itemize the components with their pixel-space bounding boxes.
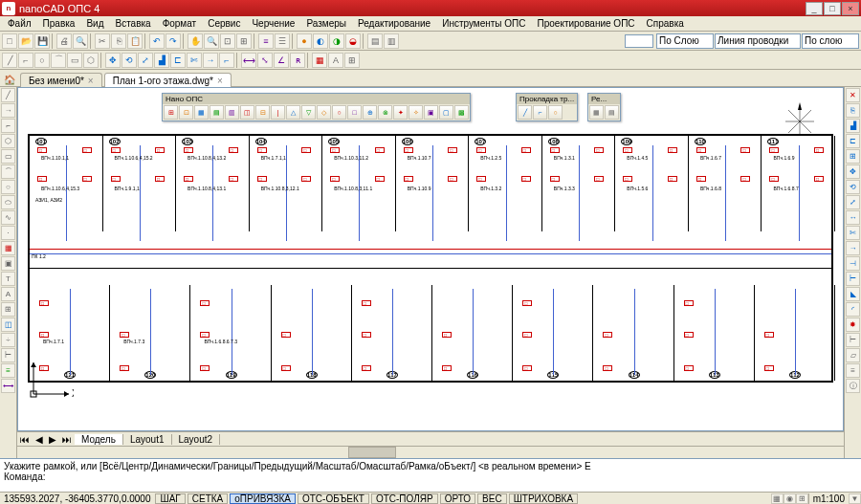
menu-Справка[interactable]: Справка <box>641 17 690 30</box>
rect-icon[interactable]: ▭ <box>67 53 82 68</box>
id-tool-icon[interactable]: ⓘ <box>846 379 860 393</box>
ray-tool-icon[interactable]: → <box>1 103 15 118</box>
lineweight-combo[interactable]: По слою <box>802 33 859 49</box>
mirror-icon[interactable]: ▟ <box>154 53 169 68</box>
line-tool-icon[interactable]: ╱ <box>1 88 15 102</box>
fillet-icon[interactable]: ⌐ <box>219 53 234 68</box>
document-tab[interactable]: План 1-ого этажа.dwg*× <box>104 73 232 88</box>
text-tool-icon[interactable]: T <box>1 272 15 286</box>
erase-icon[interactable]: ✕ <box>846 88 860 102</box>
layer-color-combo[interactable]: По Слою <box>656 33 714 49</box>
ops-btn-10-icon[interactable]: ◇ <box>317 105 331 120</box>
ops-btn-16-icon[interactable]: ✧ <box>408 105 423 120</box>
menu-Черчение[interactable]: Черчение <box>246 17 300 30</box>
ops-btn-7-icon[interactable]: ⊟ <box>255 105 270 120</box>
move-icon[interactable]: ✥ <box>105 53 121 68</box>
table-tool-icon[interactable]: ⊞ <box>1 302 15 317</box>
divide-tool-icon[interactable]: ÷ <box>1 333 15 347</box>
re-btn-1-icon[interactable]: ▦ <box>589 105 604 120</box>
status-icon-3[interactable]: ⊞ <box>796 493 808 504</box>
explode-tool-icon[interactable]: ✸ <box>846 318 860 332</box>
model-tab-Layout2[interactable]: Layout2 <box>172 434 221 445</box>
trim-icon[interactable]: ✄ <box>187 53 202 68</box>
measure-tool-icon[interactable]: ⊢ <box>1 348 15 362</box>
save-icon[interactable]: 💾 <box>34 33 50 49</box>
pan-icon[interactable]: ✋ <box>188 33 203 49</box>
preview-icon[interactable]: 🔍 <box>73 33 88 49</box>
tool-b-icon[interactable]: ◐ <box>313 33 328 49</box>
zoom-extents-icon[interactable]: ⊞ <box>236 33 252 49</box>
scale-icon[interactable]: ⤢ <box>138 53 153 68</box>
ops-btn-3-icon[interactable]: ▦ <box>194 105 209 120</box>
home-tab-icon[interactable]: 🏠 <box>2 73 17 86</box>
ops-btn-5-icon[interactable]: ▥ <box>225 105 239 120</box>
menu-Редактирование[interactable]: Редактирование <box>352 17 436 30</box>
ops-btn-13-icon[interactable]: ⊕ <box>363 105 377 120</box>
dim-tool-icon[interactable]: ⟷ <box>1 379 15 393</box>
tool-a-icon[interactable]: ● <box>297 33 312 49</box>
menu-Вставка[interactable]: Вставка <box>109 17 156 30</box>
model-tabs-last-icon[interactable]: ⏭ <box>59 434 75 445</box>
dist-tool-icon[interactable]: ⊢ <box>846 333 860 347</box>
region-tool-icon[interactable]: ▣ <box>1 256 15 271</box>
zoom-icon[interactable]: 🔍 <box>204 33 219 49</box>
rect-tool-icon[interactable]: ▭ <box>1 149 15 164</box>
status-icon-2[interactable]: ◉ <box>784 493 796 504</box>
join-tool-icon[interactable]: ⊢ <box>846 272 860 286</box>
ops-btn-17-icon[interactable]: ▣ <box>424 105 438 120</box>
tab-close-icon[interactable]: × <box>88 76 94 86</box>
circle-icon[interactable]: ○ <box>34 53 50 68</box>
ops-btn-18-icon[interactable]: ▢ <box>439 105 453 120</box>
dim-angular-icon[interactable]: ∠ <box>274 53 289 68</box>
maximize-button[interactable]: □ <box>824 2 841 15</box>
tool-d-icon[interactable]: ◒ <box>345 33 361 49</box>
mtext-tool-icon[interactable]: A <box>1 287 15 301</box>
linetype-combo[interactable]: Линия проводки <box>715 33 801 49</box>
route-btn-3-icon[interactable]: ○ <box>548 105 563 120</box>
stretch-tool-icon[interactable]: ↔ <box>846 210 860 225</box>
ops-btn-15-icon[interactable]: ✦ <box>393 105 408 120</box>
area-tool-icon[interactable]: ▱ <box>846 348 860 362</box>
properties-icon[interactable]: ☰ <box>275 33 290 49</box>
minimize-button[interactable]: _ <box>806 2 823 15</box>
route-btn-1-icon[interactable]: ╱ <box>518 105 532 120</box>
copy-tool-icon[interactable]: ⎘ <box>846 103 860 118</box>
print-icon[interactable]: 🖨 <box>56 33 72 49</box>
arc-icon[interactable]: ⌒ <box>51 53 66 68</box>
move-tool-icon[interactable]: ✥ <box>846 164 860 179</box>
list-tool-icon[interactable]: ≡ <box>846 363 860 378</box>
extend-icon[interactable]: → <box>203 53 218 68</box>
chamfer-tool-icon[interactable]: ◣ <box>846 287 860 301</box>
redo-icon[interactable]: ↷ <box>166 33 181 49</box>
status-ВЕС[interactable]: ВЕС <box>477 493 507 504</box>
status-scale[interactable]: m1:100 <box>808 493 849 504</box>
ops-btn-2-icon[interactable]: ⊡ <box>179 105 193 120</box>
model-tabs-first-icon[interactable]: ⏮ <box>17 434 33 445</box>
ops-btn-4-icon[interactable]: ▤ <box>210 105 224 120</box>
block-icon[interactable]: ⊞ <box>344 53 360 68</box>
polygon-tool-icon[interactable]: ⬡ <box>1 134 15 148</box>
undo-icon[interactable]: ↶ <box>149 33 165 49</box>
ops-btn-9-icon[interactable]: ▽ <box>301 105 316 120</box>
route-btn-2-icon[interactable]: ⌐ <box>533 105 547 120</box>
ops-btn-14-icon[interactable]: ⊗ <box>378 105 392 120</box>
menu-Проектирование ОПС[interactable]: Проектирование ОПС <box>532 17 641 30</box>
menu-Сервис[interactable]: Сервис <box>202 17 246 30</box>
trim-tool-icon[interactable]: ✄ <box>846 226 860 240</box>
status-оПРИВЯЗКА[interactable]: оПРИВЯЗКА <box>230 493 296 504</box>
array-tool-icon[interactable]: ⊞ <box>846 149 860 164</box>
float-toolbar-re[interactable]: Ре... ▦ ▤ <box>587 93 621 121</box>
dim-aligned-icon[interactable]: ⤡ <box>257 53 273 68</box>
menu-Файл[interactable]: Файл <box>2 17 37 30</box>
fillet-tool-icon[interactable]: ◜ <box>846 302 860 317</box>
status-ШТРИХОВКА[interactable]: ШТРИХОВКА <box>509 493 578 504</box>
document-tab[interactable]: Без имени0*× <box>20 73 102 88</box>
tool-c-icon[interactable]: ◑ <box>329 33 344 49</box>
status-ОТС-ПОЛЯР[interactable]: ОТС-ПОЛЯР <box>371 493 438 504</box>
cut-icon[interactable]: ✂ <box>95 33 110 49</box>
menu-Формат[interactable]: Формат <box>157 17 203 30</box>
status-ОТС-ОБЪЕКТ[interactable]: ОТС-ОБЪЕКТ <box>298 493 369 504</box>
ops-btn-12-icon[interactable]: □ <box>347 105 362 120</box>
close-button[interactable]: × <box>842 2 859 15</box>
status-ШАГ[interactable]: ШАГ <box>155 493 185 504</box>
